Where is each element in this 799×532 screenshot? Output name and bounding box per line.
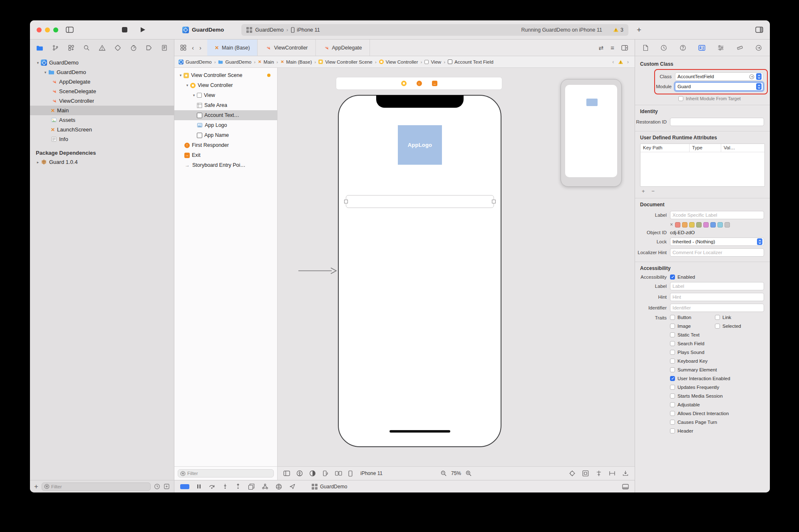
add-editor-icon[interactable] [621, 45, 628, 51]
view-controller-icon[interactable] [401, 81, 407, 86]
navigator-filter-input[interactable] [51, 484, 148, 489]
trait-image[interactable]: Image [670, 324, 715, 329]
module-popup-field[interactable]: Guard [675, 82, 763, 91]
lock-popup-field[interactable]: Inherited - (Nothing) [670, 238, 764, 246]
orientation-icon[interactable] [322, 470, 329, 477]
size-inspector-tab-icon[interactable] [737, 45, 743, 51]
connections-inspector-tab-icon[interactable] [755, 45, 762, 51]
pause-execution-icon[interactable] [196, 484, 201, 489]
class-input[interactable] [677, 74, 749, 79]
jump-to-class-icon[interactable] [749, 74, 754, 79]
tab-viewcontroller[interactable]: ViewController [258, 40, 315, 56]
add-constraints-icon[interactable] [609, 470, 615, 477]
label-color-chip[interactable] [725, 222, 730, 228]
restoration-id-field[interactable] [670, 118, 764, 126]
first-responder-icon[interactable]: ↑ [417, 81, 422, 86]
jumpbar-crumb-view[interactable]: View [424, 59, 441, 64]
go-forward-icon[interactable]: › [199, 44, 201, 51]
toggle-console-icon[interactable] [622, 484, 629, 490]
step-out-icon[interactable] [235, 483, 241, 490]
accessibility-hint-input[interactable] [672, 294, 762, 299]
new-tab-button[interactable]: + [636, 26, 642, 34]
reports-navigator-tab-icon[interactable] [161, 45, 168, 51]
warning-icon[interactable] [618, 59, 623, 64]
scheme-name[interactable]: GuardDemo [255, 27, 283, 33]
document-label-input[interactable] [672, 213, 762, 218]
adjust-editor-options-icon[interactable]: ≡ [610, 44, 614, 51]
label-color-chip[interactable] [682, 222, 687, 228]
issues-navigator-tab-icon[interactable] [99, 45, 106, 51]
trait-keyboard-key[interactable]: Keyboard Key [670, 359, 764, 364]
breakpoints-navigator-tab-icon[interactable] [146, 45, 152, 51]
memory-graph-icon[interactable] [262, 483, 268, 490]
layout-variations-icon[interactable] [335, 470, 342, 476]
run-destination[interactable]: iPhone 11 [297, 27, 320, 33]
trait-user-interaction-enabled[interactable]: ✓User Interaction Enabled [670, 376, 764, 381]
clear-color-icon[interactable]: × [670, 222, 673, 228]
trait-button[interactable]: Button [670, 315, 715, 320]
selection-handle-left[interactable] [344, 200, 348, 203]
jumpbar-crumb-group[interactable]: GuardDemo [218, 59, 251, 64]
outline-row-scene[interactable]: ▾ View Controller Scene [174, 70, 277, 80]
trait-header[interactable]: Header [670, 428, 764, 433]
storyboard-entry-arrow[interactable] [298, 266, 337, 276]
accessibility-identifier-field[interactable] [670, 304, 764, 312]
exit-icon[interactable]: → [432, 81, 437, 86]
navigator-row-viewcontroller[interactable]: ViewController [30, 96, 174, 106]
identity-inspector-tab-icon[interactable] [698, 45, 705, 51]
navigator-row-main[interactable]: ✕ Main [30, 106, 174, 115]
disclosure-icon[interactable]: ▾ [191, 93, 197, 97]
go-back-icon[interactable]: ‹ [192, 44, 194, 51]
symbols-navigator-tab-icon[interactable] [68, 45, 74, 51]
outline-row-exit[interactable]: → Exit [174, 150, 277, 160]
align-icon[interactable] [596, 470, 602, 477]
toggle-right-sidebar-icon[interactable] [755, 27, 763, 33]
source-control-navigator-tab-icon[interactable] [52, 45, 59, 51]
navigator-row-assets[interactable]: Assets [30, 115, 174, 125]
navigator-row-launchscreen[interactable]: ✕ LaunchScreen [30, 125, 174, 134]
tests-navigator-tab-icon[interactable] [114, 45, 121, 51]
outline-filter-field[interactable] [178, 469, 274, 478]
trait-summary-element[interactable]: Summary Element [670, 367, 764, 372]
navigator-row-group[interactable]: ▾ GuardDemo [30, 67, 174, 77]
find-navigator-tab-icon[interactable] [83, 45, 90, 51]
checkbox-icon[interactable] [678, 96, 683, 101]
module-stepper-icon[interactable] [756, 83, 762, 90]
add-file-button[interactable]: + [34, 483, 38, 490]
embed-in-icon[interactable] [582, 470, 589, 477]
disclosure-icon[interactable]: ▾ [178, 73, 184, 77]
disclosure-icon[interactable]: ▸ [35, 160, 41, 164]
jumpbar-crumb-project[interactable]: GuardDemo [179, 59, 212, 64]
step-into-icon[interactable] [222, 483, 228, 490]
zoom-in-icon[interactable] [465, 470, 472, 477]
issues-badge[interactable]: 3 [613, 27, 623, 33]
account-text-field[interactable] [346, 195, 494, 208]
stop-button[interactable] [122, 27, 127, 32]
toggle-debug-area-button[interactable] [180, 484, 189, 489]
canvas-device-name[interactable]: iPhone 11 [360, 470, 382, 476]
close-window-button[interactable] [37, 27, 42, 32]
next-issue-icon[interactable]: › [627, 59, 629, 65]
accessibility-preview-icon[interactable] [296, 470, 303, 477]
navigator-row-guard-package[interactable]: ▸ Guard 1.0.4 [30, 157, 174, 167]
outline-row-entry-point[interactable]: → Storyboard Entry Poi… [174, 160, 277, 170]
restoration-id-input[interactable] [672, 119, 762, 124]
zoom-to-selection-icon[interactable] [569, 470, 576, 477]
jumpbar-crumb-view-controller[interactable]: View Controller [379, 59, 418, 64]
navigator-row-appdelegate[interactable]: AppDelegate [30, 77, 174, 87]
view-controller-canvas[interactable]: AppLogo [338, 95, 501, 447]
trait-starts-media-session[interactable]: Starts Media Session [670, 393, 764, 398]
document-label-field[interactable] [670, 211, 764, 219]
view-hierarchy-icon[interactable] [248, 483, 255, 490]
jumpbar-crumb-account-text-field[interactable]: Account Text Field [448, 59, 494, 64]
resolve-autolayout-icon[interactable] [622, 470, 629, 477]
debug-session-label[interactable]: GuardDemo [312, 484, 347, 490]
run-button[interactable] [140, 27, 146, 33]
label-color-chip[interactable] [710, 222, 716, 228]
outline-row-view-controller[interactable]: ▾ View Controller [174, 80, 277, 90]
tab-main-base[interactable]: ✕ Main (Base) [207, 40, 258, 56]
outline-filter-input[interactable] [187, 471, 271, 476]
source-control-status-icon[interactable] [164, 483, 170, 490]
localizer-hint-input[interactable] [672, 250, 762, 255]
outline-row-safe-area[interactable]: Safe Area [174, 100, 277, 110]
